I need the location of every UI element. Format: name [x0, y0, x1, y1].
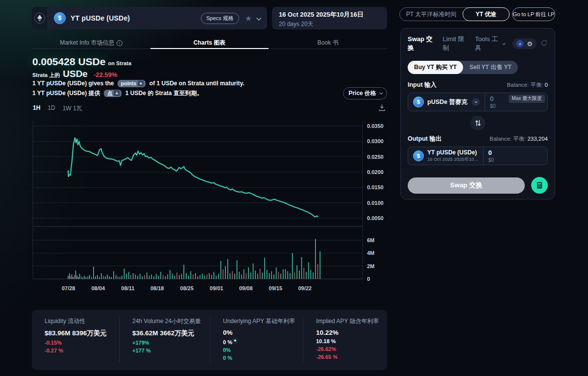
- favorite-star-icon[interactable]: ★: [245, 14, 252, 23]
- nav-limit[interactable]: Limit 限制: [442, 35, 467, 52]
- maturity-date-box: 16 Oct 2025 2025年10月16日 20 days 20天: [272, 7, 387, 29]
- output-label: Output 输出: [408, 135, 441, 143]
- sparkle-icon: ✦: [233, 338, 237, 343]
- svg-text:09/22: 09/22: [298, 285, 312, 291]
- current-price: 0.005428 USDeon Strata: [32, 56, 131, 68]
- token-icon: $: [413, 150, 424, 161]
- stat-label: 24h Volume 24小时交易量: [132, 317, 210, 326]
- stat-column: 24h Volume 24小时交易量$36.62M 3662万美元+179%+1…: [119, 317, 210, 363]
- stat-value: $36.62M 3662万美元: [132, 329, 210, 338]
- info-icon[interactable]: i: [117, 40, 122, 46]
- output-token-selector[interactable]: $ YT pUSDe (USDe) 16 Oct 2025 2025年10...: [408, 147, 483, 165]
- specs-badge[interactable]: Specs 规格: [201, 13, 239, 24]
- price-volume-chart[interactable]: 0.03500.03000.02500.02000.01500.01000.00…: [32, 118, 387, 294]
- pt-yt-toggle: PT 太平洋标准时间 YT 优途: [399, 7, 510, 21]
- svg-text:0.0050: 0.0050: [367, 215, 384, 221]
- input-token-selector[interactable]: $ pUSDe 普赛克: [408, 93, 485, 111]
- svg-text:07/28: 07/28: [62, 285, 75, 291]
- nav-swap[interactable]: Swap 交换: [408, 35, 435, 52]
- svg-text:4M: 4M: [367, 250, 374, 256]
- input-label: Input 输入: [408, 81, 437, 89]
- swap-direction-button[interactable]: [470, 116, 485, 130]
- chevron-down-icon: [379, 91, 383, 95]
- download-chart-icon[interactable]: [378, 104, 386, 113]
- tab-book[interactable]: Book 书: [269, 37, 387, 49]
- gear-icon[interactable]: ⚙: [527, 41, 533, 47]
- buy-sell-tabs: Buy YT 购买 YT Sell YT 出售 YT: [408, 61, 518, 74]
- svg-text:0.0350: 0.0350: [367, 123, 384, 129]
- stat-value: -0.15%: [45, 340, 119, 346]
- input-usd-value: $0: [490, 103, 543, 109]
- svg-text:08/11: 08/11: [121, 285, 134, 291]
- network-cell[interactable]: [32, 7, 48, 29]
- stat-value: 0 %: [223, 355, 303, 361]
- range-1d[interactable]: 1D: [48, 104, 55, 113]
- stat-value: -26.65 %: [316, 354, 387, 360]
- pt-toggle-option[interactable]: PT 太平洋标准时间: [400, 10, 463, 19]
- stat-label: Underlying APY 基础年利率: [223, 317, 303, 326]
- token-icon: $: [54, 12, 66, 24]
- svg-text:0.0150: 0.0150: [367, 184, 384, 190]
- svg-text:08/18: 08/18: [150, 285, 164, 291]
- svg-text:0.0200: 0.0200: [367, 169, 384, 175]
- tab-charts[interactable]: Charts 图表: [150, 37, 269, 49]
- input-balance: Balance: 平衡:0: [507, 81, 548, 89]
- swap-nav-icons: A ⚙: [513, 38, 548, 49]
- points-badge[interactable]: points+: [118, 80, 146, 87]
- plus-icon: +: [114, 90, 120, 96]
- svg-text:0: 0: [367, 276, 370, 282]
- stat-label: Implied APY 隐含年利率: [316, 317, 387, 326]
- svg-text:2M: 2M: [367, 263, 374, 269]
- plus-icon: +: [138, 80, 144, 86]
- chart-type-dropdown[interactable]: Price 价格: [343, 87, 387, 100]
- svg-text:09/15: 09/15: [269, 285, 283, 291]
- tab-market-info[interactable]: Market Info 市场信息i: [32, 37, 150, 49]
- yt-toggle-option[interactable]: YT 优途: [463, 7, 510, 21]
- svg-text:0.0250: 0.0250: [367, 154, 384, 160]
- market-stats-panel: Liquidity 流动性$83.96M 8396万美元-0.15%-0.27 …: [32, 310, 387, 370]
- calculator-button[interactable]: [531, 177, 548, 194]
- price-network-suffix: on Strata: [108, 60, 131, 66]
- chevron-down-icon[interactable]: [472, 98, 480, 106]
- stat-value: 0%: [223, 347, 303, 353]
- input-amount-area[interactable]: Max 最大限度 0 $0: [485, 93, 547, 111]
- svg-text:0.0100: 0.0100: [367, 200, 384, 206]
- sell-yt-tab[interactable]: Sell YT 出售 YT: [463, 61, 518, 74]
- token-name: YT pUSDe (USDe): [71, 14, 130, 22]
- refresh-icon[interactable]: [540, 39, 548, 49]
- price-change-percent: -22.59%: [94, 71, 117, 78]
- token-icon: $: [413, 97, 424, 107]
- output-amount: 0: [489, 149, 543, 156]
- max-button[interactable]: Max 最大限度: [509, 95, 545, 103]
- output-amount-area[interactable]: 0 $0: [484, 147, 547, 165]
- swap-submit-button[interactable]: Swap 交换: [408, 177, 525, 194]
- stat-value: +179%: [132, 340, 210, 346]
- points-badge-zh[interactable]: 点+: [104, 90, 122, 97]
- stat-value: 0 %✦: [223, 338, 303, 345]
- svg-text:0.0300: 0.0300: [367, 138, 384, 144]
- svg-text:09/01: 09/01: [210, 285, 223, 291]
- range-1h[interactable]: 1H: [33, 104, 40, 113]
- settings-group: A ⚙: [513, 38, 537, 49]
- range-1w-1瓦[interactable]: 1W 1瓦: [63, 104, 82, 113]
- swap-nav: Swap 交换 Limit 限制 Tools 工具 A ⚙: [408, 35, 548, 52]
- market-selector[interactable]: $ YT pUSDe (USDe) Specs 规格 ★: [32, 7, 267, 29]
- buy-yt-tab[interactable]: Buy YT 购买 YT: [408, 61, 463, 74]
- output-row: $ YT pUSDe (USDe) 16 Oct 2025 2025年10...…: [408, 147, 548, 165]
- stat-value: 10.18 %: [316, 338, 387, 344]
- price-subtitle: Strata 上的 USDe -22.59%: [32, 69, 117, 79]
- nav-tools[interactable]: Tools 工具: [475, 35, 505, 52]
- swap-panel: Swap 交换 Limit 限制 Tools 工具 A ⚙ Buy YT 购买 …: [400, 28, 555, 200]
- app-root: $ YT pUSDe (USDe) Specs 规格 ★ 16 Oct 2025…: [0, 0, 588, 376]
- auto-route-icon[interactable]: A: [516, 40, 523, 47]
- stat-value: $83.96M 8396万美元: [45, 329, 119, 338]
- days-to-maturity: 20 days 20天: [279, 20, 380, 28]
- chevron-down-icon[interactable]: [256, 15, 261, 20]
- stat-value: -26.62%: [316, 346, 387, 352]
- stat-value: 10.22%: [316, 329, 387, 336]
- ethereum-icon: [34, 13, 45, 24]
- time-range-selector: 1H1D1W 1瓦: [33, 104, 82, 113]
- svg-text:08/25: 08/25: [180, 285, 194, 291]
- goto-lp-button[interactable]: Go to LP 前往 LP: [512, 7, 555, 21]
- chevron-down-icon: [502, 42, 506, 45]
